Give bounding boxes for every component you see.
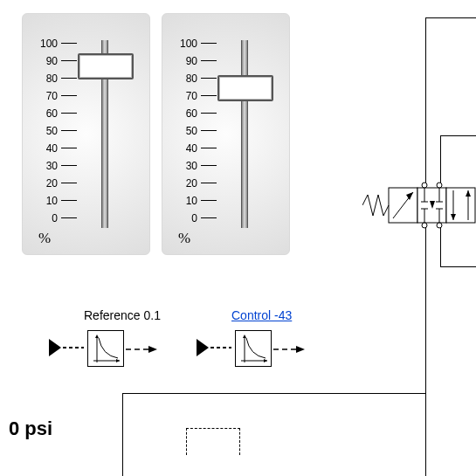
pipe [440, 135, 476, 136]
scale-tick-label: 20 [37, 177, 58, 190]
slider-unit: % [178, 230, 190, 247]
scale-tick-mark [61, 78, 77, 79]
scale-tick-label: 50 [176, 125, 197, 137]
scale-tick-mark [61, 183, 77, 183]
scale-tick-label: 80 [176, 72, 197, 85]
scale-tick: 0 [37, 211, 77, 224]
scale-tick: 100 [37, 37, 77, 50]
scale-tick: 50 [37, 124, 77, 137]
directional-valve-icon [362, 179, 476, 235]
svg-marker-6 [116, 359, 120, 362]
svg-point-47 [437, 223, 442, 228]
signal-input-arrow-icon [197, 339, 231, 356]
pipe [122, 393, 123, 476]
svg-point-46 [422, 223, 427, 228]
svg-point-45 [437, 183, 442, 188]
scale-tick: 10 [37, 194, 77, 207]
scale-tick-label: 40 [37, 142, 58, 155]
scale-tick-label: 0 [176, 212, 197, 224]
scale-tick-label: 90 [176, 55, 197, 67]
svg-marker-21 [243, 335, 246, 338]
scale-tick-mark [61, 217, 77, 218]
slider-unit: % [38, 230, 51, 247]
scale-tick: 0 [176, 211, 217, 224]
scale-tick: 60 [176, 107, 217, 120]
signal-output-arrow-icon [126, 342, 157, 353]
transfer-function-icon [235, 330, 272, 367]
scale-tick-mark [201, 95, 217, 96]
scale-tick-label: 30 [176, 160, 197, 172]
scale-tick: 20 [176, 176, 217, 190]
scale-tick-label: 100 [176, 38, 197, 50]
scale-tick-label: 60 [37, 107, 58, 120]
scale-tick: 100 [176, 37, 217, 50]
scale-tick-mark [61, 165, 77, 166]
scale-tick-mark [201, 113, 217, 114]
signal-label-link[interactable]: Control -43 [231, 308, 292, 322]
scale-tick-mark [61, 113, 77, 114]
scale-tick: 70 [176, 89, 217, 102]
dashed-component-icon [186, 428, 240, 455]
svg-marker-0 [49, 339, 61, 356]
transfer-function-icon [87, 330, 124, 367]
scale-tick-mark [201, 148, 217, 148]
scale-tick-mark [201, 183, 217, 183]
scale-tick-label: 0 [37, 212, 58, 224]
signal-input-arrow-icon [49, 339, 84, 356]
scale-tick-label: 70 [176, 90, 197, 102]
slider-reference: % 1009080706050403020100 [22, 13, 150, 255]
svg-marker-8 [95, 335, 99, 338]
scale-tick-mark [61, 148, 77, 148]
slider-control: % 1009080706050403020100 [162, 13, 290, 255]
svg-marker-25 [296, 346, 305, 353]
scale-tick-mark [61, 95, 77, 96]
pipe [440, 266, 476, 267]
pipe [122, 393, 426, 394]
scale-tick: 40 [176, 141, 217, 155]
slider-rail [241, 40, 248, 228]
scale-tick-label: 50 [37, 125, 58, 137]
scale-tick-label: 70 [37, 90, 58, 102]
scale-tick-label: 40 [176, 142, 197, 155]
scale-tick-mark [61, 200, 77, 201]
scale-tick: 70 [37, 89, 77, 102]
scale-tick-mark [201, 60, 217, 61]
scale-tick: 60 [37, 107, 77, 120]
slider-knob[interactable] [78, 53, 134, 79]
scale-tick: 20 [37, 176, 77, 190]
scale-tick: 80 [176, 72, 217, 85]
scale-tick: 30 [37, 159, 77, 172]
signal-output-arrow-icon [273, 342, 305, 353]
scale-tick-label: 20 [176, 177, 197, 190]
scale-tick-mark [201, 200, 217, 201]
scale-tick: 80 [37, 72, 77, 85]
pipe [425, 227, 426, 476]
scale-tick: 30 [176, 159, 217, 172]
scale-tick-mark [201, 43, 217, 44]
scale-tick-mark [61, 130, 77, 131]
svg-point-44 [422, 183, 427, 188]
signal-label: Reference 0.1 [84, 308, 161, 322]
scale-tick-mark [61, 43, 77, 44]
scale-tick-label: 60 [176, 107, 197, 120]
pressure-readout: 0 psi [9, 417, 52, 440]
scale-tick-label: 10 [176, 195, 197, 207]
scale-tick-mark [201, 165, 217, 166]
scale-tick: 50 [176, 124, 217, 137]
pipe [440, 135, 441, 183]
pipe [425, 17, 476, 18]
scale-tick-label: 90 [37, 55, 58, 67]
svg-marker-12 [148, 346, 157, 353]
scale-tick-mark [201, 78, 217, 79]
scale-tick-label: 10 [37, 195, 58, 207]
scale-tick: 90 [37, 54, 77, 67]
scale-tick-label: 30 [37, 160, 58, 172]
scale-tick: 10 [176, 194, 217, 207]
svg-marker-13 [197, 339, 209, 356]
pipe [440, 227, 441, 266]
svg-rect-28 [446, 188, 475, 223]
slider-knob[interactable] [217, 75, 273, 101]
pipe [425, 17, 426, 183]
scale-tick-label: 100 [37, 38, 58, 50]
scale-tick-mark [201, 130, 217, 131]
